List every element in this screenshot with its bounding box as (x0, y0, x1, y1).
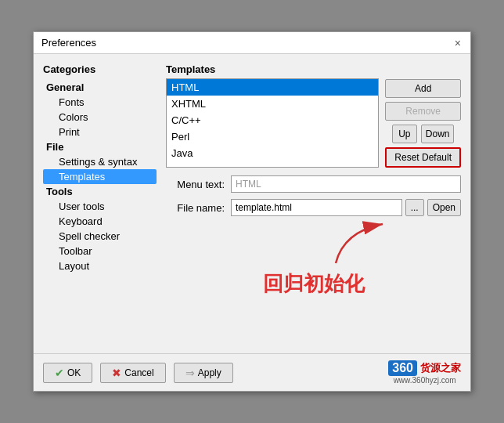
sidebar-item-tools[interactable]: Tools (43, 184, 157, 199)
file-name-group: ... Open (231, 199, 461, 216)
file-name-label: File name: (166, 202, 225, 214)
template-item-html[interactable]: HTML (167, 79, 378, 96)
templates-section: Templates HTML XHTML C/C++ Perl Java Add… (166, 63, 461, 168)
ok-label: OK (67, 367, 81, 378)
file-name-row: File name: ... Open (166, 199, 461, 216)
cancel-button[interactable]: ✖ Cancel (100, 363, 165, 383)
annotation-area: 回归初始化 (166, 224, 461, 344)
sidebar-item-print[interactable]: Print (43, 125, 157, 139)
menu-text-input[interactable] (231, 175, 461, 193)
templates-list[interactable]: HTML XHTML C/C++ Perl Java (166, 78, 379, 168)
watermark-brand: 货源之家 (420, 361, 461, 375)
preferences-dialog: Preferences × Categories General Fonts C… (33, 31, 471, 392)
menu-text-row: Menu text: (166, 175, 461, 193)
form-section: Menu text: File name: ... Open (166, 175, 461, 216)
open-button[interactable]: Open (427, 199, 461, 216)
ok-icon: ✔ (55, 367, 64, 379)
apply-label: Apply (198, 367, 221, 378)
watermark-url: www.360hyzj.com (394, 376, 456, 385)
up-down-row: Up Down (385, 125, 461, 143)
categories-panel: Categories General Fonts Colors Print Fi… (43, 63, 157, 344)
sidebar-item-fonts[interactable]: Fonts (43, 95, 157, 110)
template-item-perl[interactable]: Perl (167, 128, 378, 145)
sidebar-item-toolbar[interactable]: Toolbar (43, 244, 157, 258)
footer-buttons: ✔ OK ✖ Cancel ⇒ Apply (43, 363, 233, 383)
sidebar-item-general[interactable]: General (43, 80, 157, 95)
template-item-cpp[interactable]: C/C++ (167, 112, 378, 128)
template-action-buttons: Add Remove Up Down Reset Default (385, 63, 461, 168)
sidebar-item-settings-syntax[interactable]: Settings & syntax (43, 154, 157, 169)
watermark-number: 360 (388, 360, 417, 376)
watermark: 360 货源之家 www.360hyzj.com (388, 360, 461, 385)
sidebar-item-spell-checker[interactable]: Spell checker (43, 229, 157, 244)
up-button[interactable]: Up (392, 125, 417, 143)
sidebar-item-file[interactable]: File (43, 139, 157, 154)
watermark-badge: 360 货源之家 (388, 360, 461, 376)
categories-label: Categories (43, 63, 157, 75)
reset-default-button[interactable]: Reset Default (385, 147, 461, 168)
down-button[interactable]: Down (421, 125, 455, 143)
cancel-label: Cancel (124, 367, 153, 378)
dialog-body: Categories General Fonts Colors Print Fi… (34, 54, 470, 353)
templates-label: Templates (166, 63, 379, 75)
sidebar-item-colors[interactable]: Colors (43, 110, 157, 125)
apply-button[interactable]: ⇒ Apply (174, 363, 233, 383)
category-tree: General Fonts Colors Print File Settings… (43, 80, 157, 273)
add-button[interactable]: Add (385, 79, 461, 98)
sidebar-item-keyboard[interactable]: Keyboard (43, 214, 157, 229)
sidebar-item-templates[interactable]: Templates (43, 169, 157, 184)
template-item-java[interactable]: Java (167, 145, 378, 161)
remove-button[interactable]: Remove (385, 102, 461, 121)
file-name-input[interactable] (231, 199, 402, 216)
template-item-xhtml[interactable]: XHTML (167, 96, 378, 112)
ok-button[interactable]: ✔ OK (43, 363, 92, 383)
apply-icon: ⇒ (185, 367, 195, 379)
main-panel: Templates HTML XHTML C/C++ Perl Java Add… (166, 63, 461, 344)
templates-list-wrapper: Templates HTML XHTML C/C++ Perl Java (166, 63, 379, 168)
cancel-icon: ✖ (112, 367, 121, 379)
menu-text-label: Menu text: (166, 179, 225, 190)
browse-button[interactable]: ... (405, 199, 424, 216)
annotation-text: 回归初始化 (263, 270, 365, 298)
close-button[interactable]: × (453, 38, 463, 49)
annotation-arrow (328, 216, 391, 271)
dialog-title: Preferences (41, 37, 96, 49)
sidebar-item-layout[interactable]: Layout (43, 258, 157, 273)
dialog-footer: ✔ OK ✖ Cancel ⇒ Apply 360 货源之家 www.360hy… (34, 353, 470, 391)
sidebar-item-user-tools[interactable]: User tools (43, 199, 157, 214)
title-bar: Preferences × (34, 32, 470, 54)
